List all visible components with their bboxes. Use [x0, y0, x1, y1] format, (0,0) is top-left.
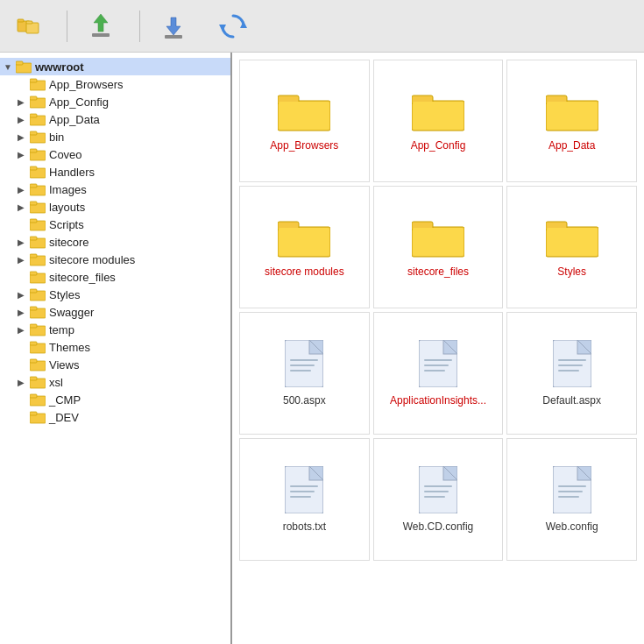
refresh-icon — [219, 12, 247, 40]
svg-rect-13 — [30, 79, 37, 82]
content-item-sitecore-files[interactable]: sitecore_files — [373, 186, 504, 308]
sidebar-item-coveo[interactable]: ▶ Coveo — [0, 145, 230, 163]
svg-rect-41 — [30, 324, 37, 328]
content-area: App_Browsers App_Config App_Data sitecor… — [232, 53, 644, 644]
sidebar-item-dev[interactable]: _DEV — [0, 408, 230, 426]
sidebar-item-temp[interactable]: ▶ temp — [0, 321, 230, 338]
sidebar-item-xsl[interactable]: ▶ xsl — [0, 373, 230, 391]
download-button[interactable] — [154, 7, 198, 46]
content-item-label-webcdconfig: Web.CD.config — [403, 520, 473, 533]
content-item-500aspx[interactable]: 500.aspx — [239, 312, 370, 435]
tree-toggle-app-config[interactable]: ▶ — [18, 97, 30, 107]
main-layout: ▼ wwwroot App_Browsers▶ App_Config▶ App_… — [0, 53, 644, 644]
svg-marker-8 — [240, 21, 247, 28]
sidebar-item-label-app-config: App_Config — [49, 96, 109, 109]
svg-rect-37 — [30, 289, 37, 293]
content-item-label-defaultaspx: Default.aspx — [542, 394, 601, 407]
svg-rect-109 — [558, 485, 586, 487]
tree-toggle-xsl[interactable]: ▶ — [18, 378, 30, 387]
tree-toggle-coveo[interactable]: ▶ — [18, 150, 30, 159]
sidebar-item-label-coveo: Coveo — [49, 148, 82, 161]
content-item-app-browsers[interactable]: App_Browsers — [239, 60, 370, 182]
tree-toggle-temp[interactable]: ▶ — [18, 325, 30, 335]
svg-rect-23 — [30, 166, 37, 170]
sidebar-item-swagger[interactable]: ▶ Swagger — [0, 303, 230, 321]
sidebar-item-label-wwwroot: wwwroot — [35, 60, 84, 74]
svg-rect-35 — [30, 272, 37, 275]
sidebar-item-app-data[interactable]: ▶ App_Data — [0, 110, 230, 128]
upload-button[interactable] — [81, 7, 125, 46]
sidebar-item-views[interactable]: Views — [0, 356, 230, 373]
sidebar-item-label-layouts: layouts — [49, 201, 85, 214]
content-item-label-app-data: App_Data — [548, 139, 595, 152]
folder-icon-coveo — [30, 147, 46, 161]
content-item-webcdconfig[interactable]: Web.CD.config — [373, 438, 504, 561]
sidebar-item-scripts[interactable]: Scripts — [0, 216, 230, 233]
toolbar-divider-1 — [67, 11, 67, 42]
sidebar-item-app-browsers[interactable]: App_Browsers — [0, 75, 230, 93]
sidebar-item-layouts[interactable]: ▶ layouts — [0, 198, 230, 216]
sidebar-item-label-xsl: xsl — [49, 376, 63, 389]
sidebar-item-label-handlers: Handlers — [49, 166, 95, 179]
folder-icon-content-app-data — [546, 90, 598, 132]
folder-icon-swagger — [30, 305, 46, 319]
sidebar-children: App_Browsers▶ App_Config▶ App_Data▶ bin▶… — [0, 75, 230, 426]
content-item-label-app-config: App_Config — [411, 139, 466, 152]
tree-toggle-layouts[interactable]: ▶ — [18, 202, 30, 212]
folder-icon-xsl — [30, 375, 46, 389]
svg-rect-54 — [279, 102, 329, 130]
content-item-appinsights[interactable]: ApplicationInsights... — [373, 312, 504, 435]
sidebar-item-app-config[interactable]: ▶ App_Config — [0, 93, 230, 110]
content-item-label-sitecore-files: sitecore_files — [407, 265, 469, 278]
sidebar-item-images[interactable]: ▶ Images — [0, 180, 230, 198]
content-item-sitecore-modules[interactable]: sitecore modules — [239, 186, 370, 308]
content-item-app-config[interactable]: App_Config — [373, 60, 504, 182]
tree-toggle-styles[interactable]: ▶ — [18, 290, 30, 300]
svg-rect-88 — [558, 359, 586, 361]
svg-rect-89 — [558, 364, 583, 366]
sidebar-item-label-dev: _DEV — [49, 411, 79, 424]
svg-marker-4 — [94, 14, 108, 32]
tree-toggle-app-data[interactable]: ▶ — [18, 115, 30, 124]
svg-rect-90 — [558, 370, 579, 372]
sidebar-item-styles[interactable]: ▶ Styles — [0, 286, 230, 303]
content-item-webconfig[interactable]: Web.config — [506, 438, 637, 561]
svg-rect-39 — [30, 307, 37, 310]
content-item-app-data[interactable]: App_Data — [506, 60, 637, 182]
sidebar-item-themes[interactable]: Themes — [0, 338, 230, 356]
download-icon — [161, 11, 186, 42]
svg-rect-95 — [290, 485, 318, 487]
tree-toggle-sitecore-modules[interactable]: ▶ — [18, 255, 30, 265]
content-item-styles[interactable]: Styles — [506, 186, 637, 308]
content-item-robotstxt[interactable]: robots.txt — [239, 438, 370, 561]
tree-toggle-sitecore[interactable]: ▶ — [18, 237, 30, 247]
tree-toggle-bin[interactable]: ▶ — [18, 132, 30, 142]
sidebar-item-cmp[interactable]: _CMP — [0, 391, 230, 408]
sidebar-item-sitecore-files[interactable]: sitecore_files — [0, 268, 230, 286]
sidebar-item-sitecore-modules[interactable]: ▶ sitecore modules — [0, 251, 230, 268]
folder-icon-content-styles — [546, 216, 598, 258]
sidebar-item-label-views: Views — [49, 358, 79, 372]
sidebar-item-label-temp: temp — [49, 323, 74, 336]
svg-rect-1 — [18, 19, 24, 22]
svg-rect-47 — [30, 377, 37, 380]
sidebar-item-handlers[interactable]: Handlers — [0, 163, 230, 180]
sidebar-item-wwwroot[interactable]: ▼ wwwroot — [0, 58, 230, 75]
svg-rect-104 — [424, 496, 445, 498]
svg-rect-29 — [30, 219, 37, 223]
content-item-defaultaspx[interactable]: Default.aspx — [506, 312, 637, 435]
sidebar-item-label-scripts: Scripts — [49, 218, 84, 231]
sidebar-item-label-styles: Styles — [49, 288, 80, 301]
tree-toggle-images[interactable]: ▶ — [18, 185, 30, 195]
sidebar-item-sitecore[interactable]: ▶ sitecore — [0, 233, 230, 251]
sidebar-item-bin[interactable]: ▶ bin — [0, 128, 230, 145]
svg-rect-83 — [424, 370, 445, 372]
svg-rect-21 — [30, 149, 37, 152]
tree-toggle-wwwroot[interactable]: ▼ — [4, 62, 16, 72]
tree-toggle-swagger[interactable]: ▶ — [18, 308, 30, 317]
svg-rect-110 — [558, 491, 583, 492]
folders-button[interactable] — [9, 11, 53, 42]
refresh-button[interactable] — [212, 9, 254, 44]
svg-rect-74 — [290, 359, 318, 361]
svg-rect-17 — [30, 114, 37, 117]
